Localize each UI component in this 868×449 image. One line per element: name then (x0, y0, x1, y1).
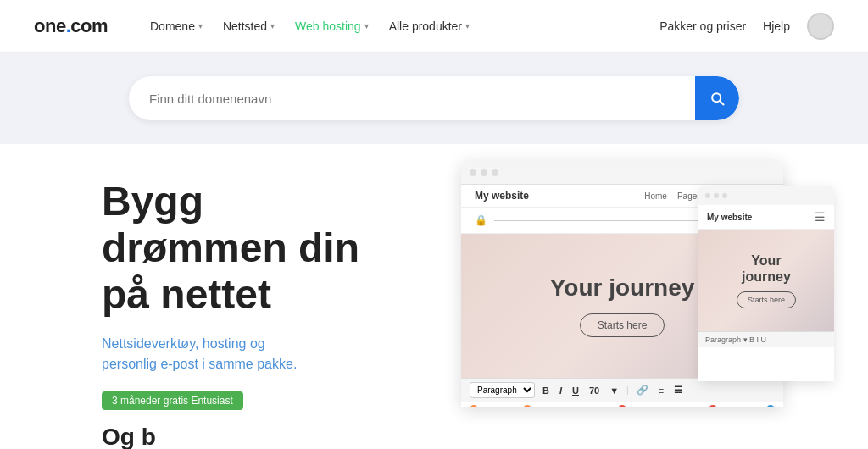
browser-dot-2 (481, 169, 487, 176)
sec-dot-3 (722, 193, 727, 198)
color-sliders (461, 402, 783, 407)
editor-toolbar: Paragraph B I U 70 ▼ | 🔗 ≡ ☰ (461, 378, 783, 402)
hjelp-link[interactable]: Hjelp (763, 19, 790, 33)
italic-button[interactable]: I (557, 385, 565, 396)
search-input[interactable] (129, 80, 695, 118)
browser-titlebar (461, 161, 783, 185)
secondary-toolbar: Paragraph ▾ B I U (698, 331, 834, 347)
slider-thumb-2[interactable] (709, 405, 717, 407)
chevron-icon: ▾ (270, 21, 275, 30)
link-button[interactable]: 🔗 (634, 384, 651, 396)
lock-icon: 🔒 (475, 214, 487, 226)
chevron-icon: ▾ (465, 21, 470, 30)
website-hero-title: Your journey (550, 274, 695, 302)
list-button[interactable]: ☰ (671, 384, 685, 396)
search-container (129, 76, 739, 120)
avatar[interactable] (807, 13, 834, 40)
browser-dot-1 (470, 169, 476, 176)
paragraph-select[interactable]: Paragraph (470, 382, 535, 398)
align-center[interactable]: ≡ (656, 385, 666, 396)
toolbar-divider: | (626, 385, 629, 395)
promo-badge: 3 måneder gratis Entusiast (102, 391, 243, 410)
browser-dot-3 (492, 169, 498, 176)
website-cta-button[interactable]: Starts here (580, 313, 665, 337)
color-slider-blue[interactable] (766, 405, 775, 407)
browser-site-logo: My website (475, 190, 529, 202)
underline-button[interactable]: U (570, 385, 581, 396)
secondary-browser-titlebar (698, 186, 834, 205)
hero-bottom-text: Og b (102, 424, 424, 449)
header-right: Pakker og priser Hjelp (659, 13, 834, 40)
search-button[interactable] (695, 76, 739, 120)
nav-domene[interactable]: Domene ▾ (142, 13, 211, 40)
main-content: Byggdrømmen dinpå nettet Nettsideverktøy… (0, 144, 868, 441)
hero-title: Byggdrømmen dinpå nettet (102, 178, 424, 319)
font-size[interactable]: 70 (587, 385, 602, 396)
header: one.com Domene ▾ Nettsted ▾ Web hosting … (0, 0, 868, 53)
secondary-site-logo: My website (707, 213, 752, 222)
secondary-nav: My website ☰ (698, 205, 834, 230)
nav-nettsted[interactable]: Nettsted ▾ (214, 13, 283, 40)
secondary-hero: Yourjourney Starts here (698, 230, 834, 331)
sec-dot-1 (705, 193, 710, 198)
nav-link-home: Home (644, 191, 667, 201)
main-nav: Domene ▾ Nettsted ▾ Web hosting ▾ Alle p… (142, 13, 659, 40)
secondary-cta-button[interactable]: Starts here (737, 291, 796, 308)
sec-dot-2 (714, 193, 719, 198)
color-slider-red[interactable] (618, 405, 626, 407)
hero-subtitle: Nettsideverktøy, hosting ogpersonlig e-p… (102, 334, 424, 374)
browser-area: My website Home Pages Portfolio Blog 🔒 .… (461, 161, 834, 432)
secondary-hero-title: Yourjourney (742, 252, 791, 285)
secondary-toolbar-label: Paragraph ▾ B I U (705, 335, 766, 344)
search-band (0, 53, 868, 144)
logo-text: one.com (34, 15, 108, 36)
pakker-link[interactable]: Pakker og priser (659, 19, 746, 33)
slider-thumb-1[interactable] (523, 405, 531, 407)
browser-secondary: My website ☰ Yourjourney Starts here Par… (698, 186, 834, 381)
nav-alle-produkter[interactable]: Alle produkter ▾ (381, 13, 478, 40)
chevron-icon: ▾ (198, 21, 203, 30)
font-size-chevron[interactable]: ▼ (607, 385, 621, 396)
logo[interactable]: one.com (34, 15, 108, 37)
hero-section: Byggdrømmen dinpå nettet Nettsideverktøy… (102, 178, 424, 407)
search-icon (709, 90, 726, 107)
chevron-icon: ▾ (364, 21, 369, 30)
nav-web-hosting[interactable]: Web hosting ▾ (287, 13, 377, 40)
color-slider-orange[interactable] (470, 405, 478, 407)
bold-button[interactable]: B (540, 385, 552, 396)
hamburger-icon[interactable]: ☰ (815, 210, 826, 224)
